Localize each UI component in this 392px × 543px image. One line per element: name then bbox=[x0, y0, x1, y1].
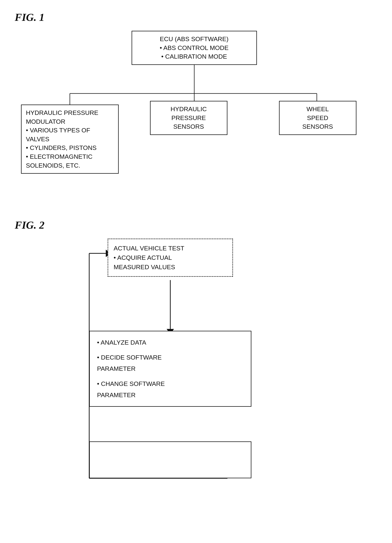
ecu-line2: • ABS CONTROL MODE bbox=[137, 44, 252, 52]
hpm-line3: • VARIOUS TYPES OF VALVES bbox=[26, 126, 114, 143]
ecu-line1: ECU (ABS SOFTWARE) bbox=[137, 35, 252, 44]
fig2-diagram: ACTUAL VEHICLE TEST • ACQUIRE ACTUAL MEA… bbox=[67, 239, 325, 497]
hpm-line2: MODULATOR bbox=[26, 117, 114, 126]
avt-line3: MEASURED VALUES bbox=[114, 262, 227, 272]
analyze-line5: PARAMETER bbox=[97, 389, 243, 401]
avt-line2: • ACQUIRE ACTUAL bbox=[114, 253, 227, 262]
analyze-line2: • DECIDE SOFTWARE bbox=[97, 352, 243, 363]
hpm-box: HYDRAULIC PRESSURE MODULATOR • VARIOUS T… bbox=[21, 105, 119, 174]
fig1-label: FIG. 1 bbox=[15, 11, 377, 23]
hpm-line1: HYDRAULIC PRESSURE bbox=[26, 108, 114, 117]
hps-line2: PRESSURE bbox=[155, 113, 223, 122]
hpm-line6: SOLENOIDS, ETC. bbox=[26, 161, 114, 170]
hpm-line5: • ELECTROMAGNETIC bbox=[26, 152, 114, 161]
analyze-line4: • CHANGE SOFTWARE bbox=[97, 378, 243, 389]
hps-box: HYDRAULIC PRESSURE SENSORS bbox=[150, 101, 227, 135]
analyze-line3: PARAMETER bbox=[97, 363, 243, 374]
hps-line1: HYDRAULIC bbox=[155, 105, 223, 113]
analyze-box: • ANALYZE DATA • DECIDE SOFTWARE PARAMET… bbox=[89, 331, 251, 407]
fig2-label: FIG. 2 bbox=[15, 219, 377, 231]
avt-box: ACTUAL VEHICLE TEST • ACQUIRE ACTUAL MEA… bbox=[108, 239, 233, 277]
analyze-line1: • ANALYZE DATA bbox=[97, 337, 243, 348]
fig1-section: FIG. 1 ECU (ABS SOFTWARE) • ABS CONTROL … bbox=[15, 11, 377, 197]
avt-line1: ACTUAL VEHICLE TEST bbox=[114, 243, 227, 253]
hps-line3: SENSORS bbox=[155, 122, 223, 131]
wss-line1: WHEEL bbox=[284, 105, 352, 113]
hpm-line4: • CYLINDERS, PISTONS bbox=[26, 143, 114, 152]
bottom-box bbox=[89, 441, 251, 478]
fig1-diagram: ECU (ABS SOFTWARE) • ABS CONTROL MODE • … bbox=[21, 31, 371, 197]
wss-box: WHEEL SPEED SENSORS bbox=[279, 101, 356, 135]
wss-line3: SENSORS bbox=[284, 122, 352, 131]
fig2-section: FIG. 2 ACTUAL VEHICLE TEST • ACQUIR bbox=[15, 219, 377, 497]
wss-line2: SPEED bbox=[284, 113, 352, 122]
ecu-box: ECU (ABS SOFTWARE) • ABS CONTROL MODE • … bbox=[132, 31, 257, 65]
ecu-line3: • CALIBRATION MODE bbox=[137, 52, 252, 61]
